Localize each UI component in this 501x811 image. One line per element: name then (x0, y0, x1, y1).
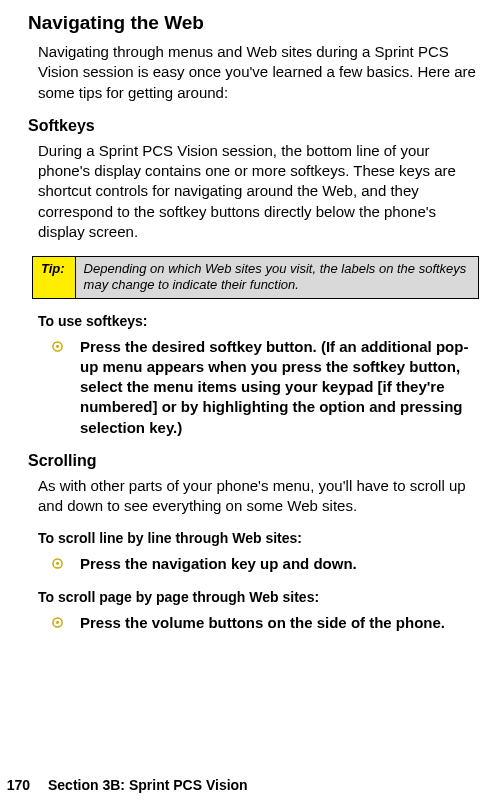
svg-point-3 (56, 562, 59, 565)
scrolling-body: As with other parts of your phone's menu… (38, 476, 481, 517)
svg-point-5 (56, 621, 59, 624)
document-page: Navigating the Web Navigating through me… (0, 0, 501, 811)
bullet-text: Press the volume buttons on the side of … (80, 613, 477, 633)
section-label: Section 3B: Sprint PCS Vision (48, 777, 248, 793)
list-item: Press the navigation key up and down. (52, 554, 477, 574)
section-heading-scrolling: Scrolling (28, 452, 483, 470)
page-number: 170 (0, 777, 48, 793)
svg-point-1 (56, 345, 59, 348)
bullet-icon (52, 337, 80, 438)
intro-paragraph: Navigating through menus and Web sites d… (38, 42, 483, 103)
bullet-text: Press the navigation key up and down. (80, 554, 477, 574)
sub-heading-use-softkeys: To use softkeys: (38, 313, 483, 329)
section-heading-softkeys: Softkeys (28, 117, 483, 135)
list-item: Press the volume buttons on the side of … (52, 613, 477, 633)
sub-heading-scroll-page: To scroll page by page through Web sites… (38, 589, 483, 605)
page-title: Navigating the Web (28, 12, 483, 34)
tip-label: Tip: (33, 257, 76, 298)
list-item: Press the desired softkey button. (If an… (52, 337, 477, 438)
bullet-icon (52, 554, 80, 574)
tip-callout: Tip: Depending on which Web sites you vi… (32, 256, 479, 299)
page-footer: 170Section 3B: Sprint PCS Vision (0, 777, 248, 793)
bullet-text: Press the desired softkey button. (If an… (80, 337, 477, 438)
softkeys-body: During a Sprint PCS Vision session, the … (38, 141, 481, 242)
bullet-icon (52, 613, 80, 633)
sub-heading-scroll-line: To scroll line by line through Web sites… (38, 530, 483, 546)
tip-text: Depending on which Web sites you visit, … (76, 257, 478, 298)
